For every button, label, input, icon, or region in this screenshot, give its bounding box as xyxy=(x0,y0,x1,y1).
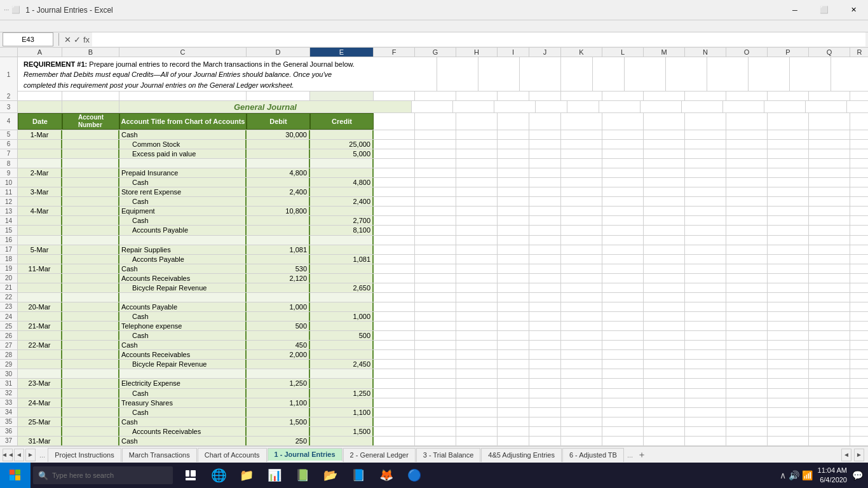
firefox-icon[interactable]: 🦊 xyxy=(374,463,399,488)
table-row: 26 Cash 500 xyxy=(0,331,868,341)
svg-rect-5 xyxy=(191,470,196,477)
header-account-title: Account Title from Chart of Accounts xyxy=(119,113,247,130)
row-col-header xyxy=(0,48,18,57)
table-row: 35 25-Mar Cash 1,500 xyxy=(0,417,868,427)
col-header-n[interactable]: N xyxy=(685,48,726,57)
minimize-button[interactable]: ─ xyxy=(780,0,810,20)
table-row: 5 1-Mar Cash 30,000 xyxy=(0,130,868,140)
tab-scroll-left[interactable]: ◄ xyxy=(841,449,851,461)
general-journal-title: General Journal xyxy=(119,101,412,112)
tab-chart-of-accounts[interactable]: Chart of Accounts xyxy=(198,448,267,462)
tab-adjusting-entries[interactable]: 4&5 Adjusting Entries xyxy=(481,448,562,462)
col-header-r[interactable]: R xyxy=(850,48,868,57)
tab-adjusted-tb[interactable]: 6 - Adjusted TB xyxy=(562,448,624,462)
table-row: 22 xyxy=(0,293,868,302)
tab-nav-prev[interactable]: ◄ xyxy=(14,449,24,461)
taskview-button[interactable] xyxy=(178,463,203,488)
formula-input[interactable] xyxy=(92,32,865,46)
svg-rect-2 xyxy=(10,475,15,480)
row-1: 1 REQUIREMENT #1: Prepare journal entrie… xyxy=(0,57,868,92)
col-header-k[interactable]: K xyxy=(561,48,602,57)
tab-nav-first[interactable]: ◄◄ xyxy=(3,449,13,461)
name-box[interactable]: E43 xyxy=(3,32,53,46)
start-button[interactable] xyxy=(0,463,31,488)
table-row: 32 Cash 1,250 xyxy=(0,389,868,398)
table-row: 16 xyxy=(0,236,868,245)
search-input[interactable] xyxy=(52,471,168,479)
svg-rect-3 xyxy=(15,475,20,480)
table-row: 10 Cash 4,800 xyxy=(0,178,868,187)
notification-icon[interactable]: 💬 xyxy=(852,470,863,480)
taskbar-right: ∧ 🔊 📶 11:04 AM 6/4/2020 💬 xyxy=(780,466,868,485)
row-4: 4 Date AccountNumber Account Title from … xyxy=(0,113,868,130)
table-row: 36 Accounts Receivables 1,500 xyxy=(0,427,868,437)
window-controls: ─ ⬜ ✕ xyxy=(780,0,868,20)
table-row: 14 Cash 2,700 xyxy=(0,216,868,226)
cell-account[interactable]: Cash xyxy=(119,130,247,139)
col-header-m[interactable]: M xyxy=(644,48,685,57)
col-header-i[interactable]: I xyxy=(498,48,529,57)
col-header-p[interactable]: P xyxy=(768,48,809,57)
col-header-b[interactable]: B xyxy=(62,48,119,57)
window-icon: ⬜ xyxy=(11,6,20,14)
excel-icon[interactable]: 📗 xyxy=(290,463,315,488)
table-row: 7 Excess paid in value 5,000 xyxy=(0,149,868,159)
row-2: 2 xyxy=(0,92,868,101)
table-row: 20 Accounts Receivables 2,120 xyxy=(0,274,868,283)
chrome-icon[interactable]: 🔵 xyxy=(402,463,427,488)
svg-rect-4 xyxy=(186,470,189,477)
close-button[interactable]: ✕ xyxy=(839,0,868,20)
col-header-g[interactable]: G xyxy=(415,48,456,57)
formula-icons: ✕ ✓ fx xyxy=(64,35,90,44)
file-explorer-icon[interactable]: 📁 xyxy=(234,463,259,488)
col-header-a[interactable]: A xyxy=(18,48,62,57)
tab-scroll-controls: ◄ ► xyxy=(841,449,865,461)
tab-project-instructions[interactable]: Project Instructions xyxy=(48,448,121,462)
svg-rect-0 xyxy=(10,470,15,475)
col-header-o[interactable]: O xyxy=(726,48,768,57)
taskbar-app-icons: 🌐 📁 📊 📗 📂 📘 🦊 🔵 xyxy=(178,463,427,488)
confirm-formula-icon[interactable]: ✓ xyxy=(74,35,81,44)
taskbar-search[interactable]: 🔍 xyxy=(33,466,173,484)
edge-icon[interactable]: 🌐 xyxy=(206,463,231,488)
table-row: 28 Accounts Receivables 2,000 xyxy=(0,350,868,360)
cell-date[interactable]: 1-Mar xyxy=(18,130,62,139)
table-row: 17 5-Mar Repair Supplies 1,081 xyxy=(0,245,868,255)
col-header-l[interactable]: L xyxy=(602,48,644,57)
tab-scroll-right-btn[interactable]: ► xyxy=(854,449,864,461)
col-header-j[interactable]: J xyxy=(529,48,561,57)
powerpoint-icon[interactable]: 📊 xyxy=(262,463,287,488)
maximize-button[interactable]: ⬜ xyxy=(810,0,839,20)
table-row: 25 21-Mar Telephone expense 500 xyxy=(0,322,868,331)
table-row: 29 Bicycle Repair Revenue 2,450 xyxy=(0,360,868,369)
col-header-d[interactable]: D xyxy=(247,48,310,57)
header-account-number: AccountNumber xyxy=(62,113,119,130)
fx-icon[interactable]: fx xyxy=(83,35,90,44)
folder-icon[interactable]: 📂 xyxy=(318,463,343,488)
taskbar: 🔍 🌐 📁 📊 📗 📂 📘 🦊 🔵 ∧ 🔊 📶 11:04 AM 6/4/202… xyxy=(0,463,868,488)
table-row: 33 24-Mar Treasury Shares 1,100 xyxy=(0,398,868,408)
col-header-e[interactable]: E xyxy=(310,48,374,57)
tab-journal-entries[interactable]: 1 - Journal Entries xyxy=(268,448,342,462)
col-header-f[interactable]: F xyxy=(374,48,415,57)
tab-nav-next[interactable]: ► xyxy=(25,449,36,461)
tab-general-ledger[interactable]: 2 - General Ledger xyxy=(343,448,416,462)
table-row: 8 xyxy=(0,159,868,168)
cancel-formula-icon[interactable]: ✕ xyxy=(64,35,71,44)
col-header-c[interactable]: C xyxy=(119,48,247,57)
window-dots: ··· xyxy=(0,6,9,13)
system-tray-icons: ∧ 🔊 📶 xyxy=(780,470,813,480)
table-row: 9 2-Mar Prepaid Insurance 4,800 xyxy=(0,168,868,178)
clock: 11:04 AM 6/4/2020 xyxy=(818,466,847,485)
header-debit: Debit xyxy=(247,113,310,130)
cell-debit[interactable]: 30,000 xyxy=(247,130,310,139)
col-header-h[interactable]: H xyxy=(456,48,498,57)
col-header-q[interactable]: Q xyxy=(809,48,850,57)
word-icon[interactable]: 📘 xyxy=(346,463,371,488)
title-bar: ··· ⬜ 1 - Journal Entries - Excel ─ ⬜ ✕ xyxy=(0,0,868,20)
tab-march-transactions[interactable]: March Transactions xyxy=(122,448,197,462)
tab-ellipsis-right: ... xyxy=(627,451,633,459)
table-row: 30 xyxy=(0,369,868,379)
add-sheet-button[interactable]: ＋ xyxy=(635,449,648,461)
tab-trial-balance[interactable]: 3 - Trial Balance xyxy=(416,448,480,462)
